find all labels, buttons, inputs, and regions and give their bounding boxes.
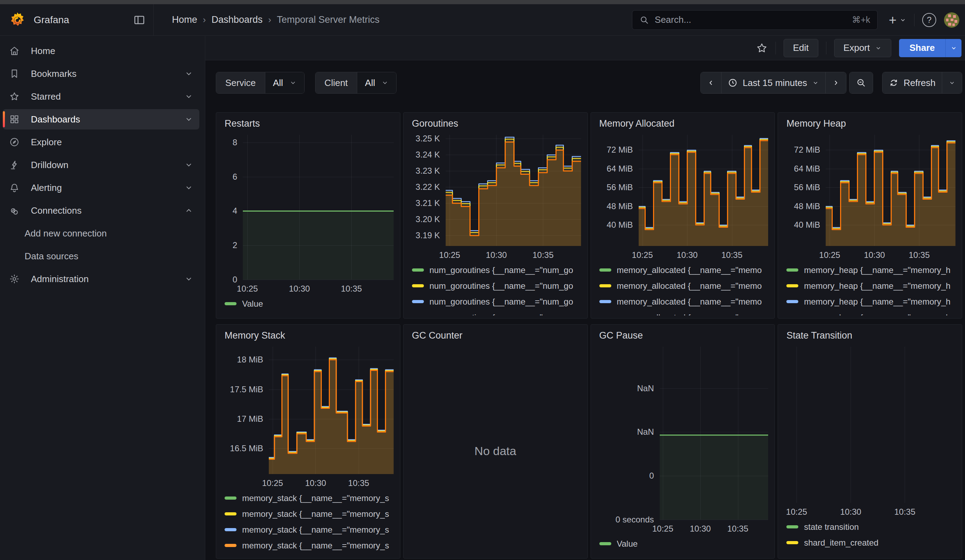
variable-value-dropdown[interactable]: All xyxy=(357,72,396,93)
sidebar-item-starred[interactable]: Starred xyxy=(3,87,199,107)
bookmark-icon xyxy=(9,69,20,79)
panel-title[interactable]: State Transition xyxy=(787,330,955,341)
chart[interactable]: 8642010:2510:3010:35Value xyxy=(222,135,394,315)
panel-title[interactable]: Memory Stack xyxy=(224,330,394,341)
chevron-down-icon xyxy=(875,44,882,52)
sidebar-item-drilldown[interactable]: Drilldown xyxy=(3,155,199,175)
legend-item[interactable]: memory_heap {__name__="memory_h xyxy=(787,309,955,315)
plot-area[interactable] xyxy=(269,347,394,474)
share-menu-button[interactable] xyxy=(945,39,962,57)
user-avatar[interactable] xyxy=(944,12,959,28)
chart[interactable]: 18 MiB17.5 MiB17 MiB16.5 MiB10:2510:3010… xyxy=(222,347,394,555)
breadcrumb-item[interactable]: Dashboards xyxy=(212,15,263,25)
plot-area[interactable] xyxy=(660,347,769,520)
time-back-button[interactable] xyxy=(701,72,721,93)
star-dashboard-icon[interactable] xyxy=(756,42,768,54)
legend-item[interactable]: memory_heap {__name__="memory_h xyxy=(787,294,955,309)
export-button[interactable]: Export xyxy=(834,39,891,57)
panel-title[interactable]: GC Pause xyxy=(599,330,769,341)
sidebar-item-label: Alerting xyxy=(31,183,185,193)
chevron-left-icon xyxy=(707,79,715,87)
panel-title[interactable]: GC Counter xyxy=(412,330,581,341)
legend-item[interactable]: memory_heap {__name__="memory_h xyxy=(787,262,955,278)
plot-area[interactable] xyxy=(243,135,394,280)
search-shortcut: ⌘+k xyxy=(852,15,870,25)
sidebar-item-label: Home xyxy=(31,46,199,57)
dashboard-toolbar: Edit Export Share xyxy=(205,36,965,60)
grafana-logo-icon[interactable] xyxy=(8,11,26,29)
legend-item[interactable]: memory_stack {__name__="memory_s xyxy=(224,522,394,537)
sidebar-item-bookmarks[interactable]: Bookmarks xyxy=(3,64,199,84)
help-icon[interactable]: ? xyxy=(922,13,936,27)
chart[interactable]: NaNNaN00 seconds10:2510:3010:35Value xyxy=(597,347,769,555)
sidebar-item-data-sources[interactable]: Data sources xyxy=(3,246,199,266)
y-tick-label: 3.22 K xyxy=(415,182,440,192)
legend-item[interactable]: memory_stack {__name__="memory_s xyxy=(224,537,394,553)
sidebar-item-connections[interactable]: Connections xyxy=(3,200,199,221)
legend-item[interactable]: memory_allocated {__name__="memo xyxy=(599,278,769,294)
plot-area[interactable] xyxy=(787,347,955,503)
legend-item[interactable]: memory_allocated {__name__="memo xyxy=(599,309,769,315)
zoom-out-button[interactable] xyxy=(850,72,873,93)
chevron-down-icon xyxy=(950,44,957,52)
refresh-interval-button[interactable] xyxy=(942,72,962,93)
edit-button[interactable]: Edit xyxy=(783,39,818,57)
legend-item[interactable]: num_goroutines {__name__="num_go xyxy=(412,294,581,309)
breadcrumb-item[interactable]: Home xyxy=(172,15,197,25)
legend-item[interactable]: shard_item_created xyxy=(787,535,955,550)
share-button[interactable]: Share xyxy=(899,39,945,57)
legend-item[interactable]: num_goroutines {__name__="num_go xyxy=(412,262,581,278)
time-range-button[interactable]: Last 15 minutes xyxy=(721,72,825,93)
x-axis: 10:2510:3010:35 xyxy=(410,246,581,261)
sidebar-item-explore[interactable]: Explore xyxy=(3,132,199,152)
sidebar-item-alerting[interactable]: Alerting xyxy=(3,178,199,198)
legend-item[interactable]: Value xyxy=(599,536,769,552)
legend-item[interactable]: num_goroutines {__name__="num_go xyxy=(412,278,581,294)
legend-item[interactable]: memory_allocated {__name__="memo xyxy=(599,294,769,309)
search-box[interactable]: ⌘+k xyxy=(632,10,878,30)
panel-goroutines: Goroutines3.25 K3.24 K3.23 K3.22 K3.21 K… xyxy=(403,112,588,318)
legend-item[interactable]: num_goroutines {__name__="num_go xyxy=(412,309,581,315)
time-picker-group: Last 15 minutes xyxy=(700,72,846,94)
chevron-right-icon xyxy=(832,79,840,87)
chart[interactable]: 72 MiB64 MiB56 MiB48 MiB40 MiB10:2510:30… xyxy=(597,135,769,315)
y-axis: 18 MiB17.5 MiB17 MiB16.5 MiB xyxy=(222,347,269,474)
search-input[interactable] xyxy=(655,15,852,25)
legend-item[interactable]: memory_stack {__name__="memory_s xyxy=(224,490,394,506)
x-tick-label: 10:25 xyxy=(262,478,283,488)
panel-title[interactable]: Goroutines xyxy=(412,118,581,129)
add-new-button[interactable]: + xyxy=(889,13,906,27)
panel-title[interactable]: Memory Heap xyxy=(787,118,955,129)
panel-gc-counter: GC CounterNo data xyxy=(403,324,588,558)
plot-area[interactable] xyxy=(826,135,955,246)
legend-item[interactable]: memory_heap {__name__="memory_h xyxy=(787,278,955,294)
refresh-button[interactable]: Refresh xyxy=(883,72,942,93)
sidebar-item-administration[interactable]: Administration xyxy=(3,269,199,289)
sidebar-toggle-icon[interactable] xyxy=(133,14,146,26)
panel-title[interactable]: Restarts xyxy=(224,118,394,129)
panel-title[interactable]: Memory Allocated xyxy=(599,118,769,129)
dashboard-canvas: ServiceAllClientAll Last 15 minutes xyxy=(205,60,965,560)
header-actions-divider xyxy=(914,14,914,26)
legend-series-label: memory_stack {__name__="memory_s xyxy=(242,541,389,550)
chart[interactable]: 72 MiB64 MiB56 MiB48 MiB40 MiB10:2510:30… xyxy=(784,135,955,315)
legend-item[interactable]: memory_stack {__name__="memory_s xyxy=(224,506,394,522)
sidebar-item-home[interactable]: Home xyxy=(3,41,199,61)
toolbar-divider xyxy=(826,42,826,54)
x-tick-label: 10:30 xyxy=(289,284,310,294)
legend-item[interactable]: memory_allocated {__name__="memo xyxy=(599,262,769,278)
time-forward-button[interactable] xyxy=(825,72,846,93)
chart[interactable]: 10:2510:3010:35state transitionshard_ite… xyxy=(784,347,955,555)
header: Grafana Home›Dashboards›Temporal Server … xyxy=(0,4,965,36)
variable-value: All xyxy=(365,78,375,88)
sidebar-item-dashboards[interactable]: Dashboards xyxy=(3,109,199,129)
sidebar-item-add-new-connection[interactable]: Add new connection xyxy=(3,223,199,243)
variable-value-dropdown[interactable]: All xyxy=(265,72,304,93)
series-plot xyxy=(243,135,394,280)
legend-item[interactable]: Value xyxy=(224,296,394,312)
legend-series-label: state transition xyxy=(804,522,859,532)
chart[interactable]: 3.25 K3.24 K3.23 K3.22 K3.21 K3.20 K3.19… xyxy=(410,135,581,315)
legend-item[interactable]: state transition xyxy=(787,519,955,535)
plot-area[interactable] xyxy=(639,135,769,246)
plot-area[interactable] xyxy=(446,135,581,246)
